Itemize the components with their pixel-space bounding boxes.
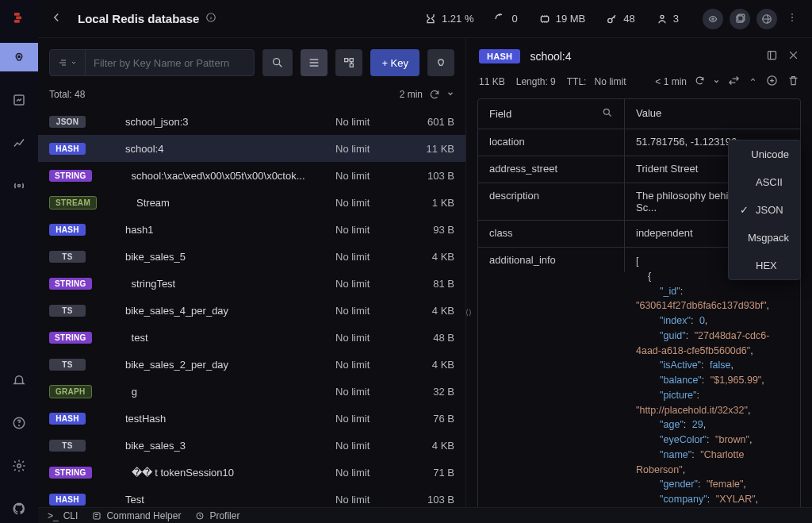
field-row[interactable]: additional_info [ { "_id": "630614f27db6…	[478, 248, 800, 523]
topbar-more-icon[interactable]	[783, 11, 801, 26]
add-field-icon[interactable]	[766, 75, 778, 89]
add-key-button[interactable]: + Key	[370, 49, 419, 76]
nav-github[interactable]	[0, 494, 38, 523]
key-type-badge: HASH	[49, 143, 86, 155]
delete-key-icon[interactable]	[787, 75, 799, 89]
topbar: Local Redis database 1.21 % 0 19 MB	[38, 0, 812, 38]
svg-point-5	[18, 185, 21, 187]
key-type-badge: STRING	[49, 332, 92, 344]
svg-point-17	[791, 13, 793, 15]
key-row[interactable]: STRING test No limit 48 B	[38, 324, 465, 351]
key-size: 71 B	[407, 467, 454, 479]
key-row[interactable]: STRING school:\xac\xed\x00\x05t\x00\x0ct…	[38, 162, 465, 189]
chevron-up-icon[interactable]	[749, 75, 756, 89]
topbar-icon-1[interactable]	[703, 9, 723, 29]
key-row[interactable]: STRING �� t tokenSession10 No limit 71 B	[38, 459, 465, 486]
key-type-badge: HASH	[49, 224, 86, 236]
key-ttl: No limit	[335, 332, 399, 344]
view-tree-button[interactable]	[335, 49, 362, 76]
detail-length: Length: 9	[516, 76, 556, 87]
key-name: bike_sales_2_per_day	[94, 359, 327, 371]
nav-rail	[0, 0, 38, 523]
format-option-hex[interactable]: HEX	[729, 252, 800, 279]
close-icon[interactable]	[787, 49, 799, 63]
key-row[interactable]: STREAM Stream No limit 1 KB	[38, 189, 465, 216]
key-row[interactable]: HASH hash1 No limit 93 B	[38, 216, 465, 243]
nav-notifications[interactable]	[0, 366, 38, 394]
format-switch-icon[interactable]	[728, 75, 740, 89]
chevron-down-icon[interactable]	[713, 76, 720, 87]
field-name: description	[478, 183, 625, 220]
stat-commands: 0	[494, 13, 517, 25]
topbar-icon-2[interactable]	[730, 9, 750, 29]
key-name: g	[100, 386, 327, 398]
key-ttl: No limit	[335, 359, 399, 371]
nav-help[interactable]	[0, 409, 38, 437]
key-name: bike_sales_5	[94, 251, 327, 263]
refresh-icon[interactable]	[429, 89, 440, 100]
nav-workbench[interactable]	[0, 86, 38, 114]
bottombar-cli[interactable]: >_CLI	[48, 510, 78, 521]
key-type-badge: GRAPH	[49, 385, 92, 398]
svg-point-3	[18, 56, 20, 57]
fullscreen-icon[interactable]	[766, 49, 778, 63]
fields-header: Field Value	[477, 98, 801, 129]
filter-box	[49, 49, 255, 76]
key-row[interactable]: STRING stringTest No limit 81 B	[38, 270, 465, 297]
key-type-badge: TS	[49, 251, 86, 263]
key-type-badge: HASH	[49, 494, 86, 506]
nav-browser[interactable]	[0, 43, 38, 71]
key-row[interactable]: GRAPH g No limit 32 B	[38, 378, 465, 405]
key-ttl: No limit	[335, 143, 399, 155]
key-name: hash1	[94, 224, 327, 236]
database-title: Local Redis database	[78, 12, 216, 25]
key-row[interactable]: TS bike_sales_2_per_day No limit 4 KB	[38, 351, 465, 378]
svg-point-12	[661, 15, 664, 18]
key-name: �� t tokenSession10	[100, 467, 327, 479]
format-option-msgpack[interactable]: Msgpack	[729, 224, 800, 252]
key-row[interactable]: TS bike_sales_3 No limit 4 KB	[38, 432, 465, 459]
detail-refresh-icon[interactable]	[695, 75, 705, 88]
detail-refresh-label: < 1 min	[655, 76, 687, 87]
key-size: 81 B	[407, 278, 454, 290]
field-name: address_street	[478, 156, 625, 183]
topbar-icon-3[interactable]	[756, 9, 777, 29]
key-row[interactable]: HASH school:4 No limit 11 KB	[38, 135, 465, 162]
nav-analytics[interactable]	[0, 129, 38, 157]
svg-point-26	[603, 109, 609, 114]
back-arrow-icon[interactable]	[49, 10, 63, 27]
column-value-label: Value	[625, 99, 800, 129]
svg-point-11	[608, 18, 612, 22]
key-row[interactable]: TS bike_sales_4_per_day No limit 4 KB	[38, 297, 465, 324]
key-type-badge: STRING	[49, 467, 92, 479]
info-icon[interactable]	[205, 12, 216, 25]
filter-type-dropdown[interactable]	[50, 50, 86, 75]
format-option-ascii[interactable]: ASCII	[729, 168, 800, 196]
svg-point-13	[712, 17, 714, 19]
key-size: 32 B	[407, 386, 454, 398]
svg-rect-21	[345, 59, 348, 62]
field-name: class	[478, 221, 625, 247]
key-name: testHash	[94, 413, 327, 425]
nav-pubsub[interactable]	[0, 171, 38, 200]
field-search-icon[interactable]	[602, 107, 613, 121]
bulk-actions-button[interactable]	[427, 49, 454, 76]
format-option-unicode[interactable]: Unicode	[729, 140, 800, 168]
key-row[interactable]: TS bike_sales_5 No limit 4 KB	[38, 243, 465, 270]
nav-settings[interactable]	[0, 452, 38, 480]
chevron-down-icon[interactable]	[446, 89, 454, 100]
key-ttl: No limit	[335, 170, 399, 182]
search-button[interactable]	[262, 49, 293, 76]
filter-input[interactable]	[86, 57, 254, 69]
key-row[interactable]: JSON school_json:3 No limit 601 B	[38, 108, 465, 135]
bottombar-command-helper[interactable]: Command Helper	[92, 510, 181, 521]
key-size: 48 B	[407, 332, 454, 344]
format-popover: UnicodeASCII✓JSONMsgpackHEX	[728, 140, 801, 280]
format-option-json[interactable]: ✓JSON	[729, 196, 800, 224]
key-type-badge: TS	[49, 359, 86, 371]
detail-size: 11 KB	[479, 76, 505, 87]
key-ttl: No limit	[335, 197, 399, 209]
bottombar-profiler[interactable]: Profiler	[195, 510, 239, 521]
key-row[interactable]: HASH testHash No limit 76 B	[38, 405, 465, 432]
view-list-button[interactable]	[301, 49, 327, 76]
